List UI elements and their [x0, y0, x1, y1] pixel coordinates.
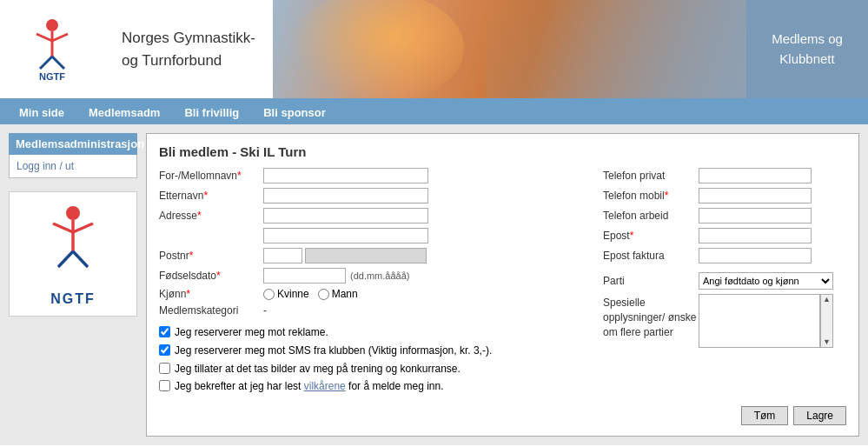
- epost-faktura-input[interactable]: [699, 248, 812, 264]
- kjonn-mann-label[interactable]: Mann: [318, 288, 358, 300]
- svg-line-5: [52, 57, 64, 69]
- postnr-row: Postnr*: [159, 248, 586, 264]
- spesielle-label: Spesielle opplysninger/ ønske om flere p…: [603, 294, 699, 339]
- adresse-row2: [159, 228, 586, 244]
- kjonn-mann-radio[interactable]: [318, 289, 329, 300]
- etternavn-input[interactable]: [263, 188, 428, 203]
- epost-row: Epost*: [603, 228, 846, 244]
- form-container: Bli medlem - Ski IL Turn For-/Mellomnavn…: [146, 133, 859, 437]
- telefon-privat-label: Telefon privat: [603, 170, 699, 182]
- checkbox-bilder: Jeg tillater at det tas bilder av meg på…: [159, 362, 586, 377]
- header-right-text: Medlems og Klubbnett: [755, 30, 859, 69]
- header: NGTF Norges Gymnastikk- og Turnforbund M…: [0, 0, 868, 100]
- sidebar-logo-box: NGTF: [9, 191, 137, 317]
- svg-line-2: [36, 34, 52, 41]
- nav-item-min-side[interactable]: Min side: [7, 103, 76, 123]
- clear-button[interactable]: Tøm: [741, 406, 789, 425]
- telefon-privat-input[interactable]: [699, 168, 812, 183]
- nav-item-bli-frivillig[interactable]: Bli frivillig: [172, 103, 251, 123]
- for-mellomnavn-row: For-/Mellomnavn*: [159, 168, 586, 183]
- kjonn-kvinne-radio[interactable]: [263, 289, 275, 300]
- save-button[interactable]: Lagre: [793, 406, 846, 425]
- header-org-title: Norges Gymnastikk- og Turnforbund: [104, 0, 273, 98]
- nav-item-bli-sponsor[interactable]: Bli sponsor: [251, 103, 338, 123]
- kjonn-options: Kvinne Mann: [263, 288, 358, 300]
- medlemskategori-row: Medlemskategori -: [159, 304, 586, 317]
- sidebar: Medlemsadministrasjon Logg inn / ut NGTF: [9, 133, 137, 317]
- poststed-input[interactable]: [305, 248, 427, 264]
- kjonn-kvinne-label[interactable]: Kvinne: [263, 288, 309, 300]
- telefon-privat-row: Telefon privat: [603, 168, 846, 183]
- checkbox-vilkar-text: Jeg bekrefter at jeg har lest vilkårene …: [175, 379, 444, 394]
- telefon-arbeid-row: Telefon arbeid: [603, 208, 846, 224]
- telefon-mobil-input[interactable]: [699, 188, 812, 203]
- for-mellomnavn-input[interactable]: [263, 168, 428, 183]
- medlemskategori-label: Medlemskategori: [159, 304, 263, 317]
- checkbox-vilkar: Jeg bekrefter at jeg har lest vilkårene …: [159, 379, 586, 394]
- textarea-scrollbar: ▲ ▼: [820, 294, 833, 348]
- etternavn-label: Etternavn*: [159, 190, 263, 202]
- svg-point-0: [46, 19, 58, 31]
- vilkårene-link[interactable]: vilkårene: [304, 380, 346, 392]
- checkbox-bilder-input[interactable]: [159, 363, 170, 374]
- spesielle-row: Spesielle opplysninger/ ønske om flere p…: [603, 294, 846, 348]
- postnr-input[interactable]: [263, 248, 302, 264]
- telefon-arbeid-input[interactable]: [699, 208, 812, 224]
- checkbox-reklame: Jeg reserverer meg mot reklame.: [159, 325, 586, 340]
- sidebar-ngtf-icon: [34, 201, 112, 288]
- postnr-label: Postnr*: [159, 250, 263, 262]
- form-body: For-/Mellomnavn* Etternavn* Adresse*: [159, 168, 846, 397]
- nav-bar: Min side Medlemsadm Bli frivillig Bli sp…: [0, 100, 868, 124]
- for-mellomnavn-label: For-/Mellomnavn*: [159, 170, 263, 182]
- svg-line-4: [40, 57, 52, 69]
- checkbox-sms: Jeg reserverer meg mot SMS fra klubben (…: [159, 344, 586, 358]
- form-buttons: Tøm Lagre: [159, 406, 846, 425]
- header-hero: [273, 0, 746, 98]
- adresse-row: Adresse*: [159, 208, 586, 224]
- svg-point-7: [66, 206, 80, 220]
- telefon-mobil-row: Telefon mobil*: [603, 188, 846, 203]
- fodselsdato-row: Fødselsdato* (dd.mm.åååå): [159, 268, 586, 284]
- adresse-input2[interactable]: [263, 228, 428, 244]
- kategori-dash: -: [263, 304, 267, 317]
- kjonn-row: Kjønn* Kvinne Mann: [159, 288, 586, 300]
- checkbox-sms-text: Jeg reserverer meg mot SMS fra klubben (…: [175, 344, 492, 358]
- form-right-column: Telefon privat Telefon mobil* Telefon ar…: [603, 168, 846, 352]
- ngtf-logo-icon: NGTF: [21, 15, 83, 84]
- telefon-mobil-label: Telefon mobil*: [603, 190, 699, 202]
- scroll-up-arrow-icon[interactable]: ▲: [823, 296, 831, 304]
- telefon-arbeid-label: Telefon arbeid: [603, 210, 699, 222]
- epost-input[interactable]: [699, 228, 812, 244]
- svg-line-12: [73, 251, 88, 267]
- nav-item-medlemsadm[interactable]: Medlemsadm: [76, 103, 172, 123]
- spesielle-textarea[interactable]: [699, 294, 820, 348]
- epost-label: Epost*: [603, 230, 699, 242]
- checkbox-sms-input[interactable]: [159, 344, 170, 356]
- checkbox-vilkar-input[interactable]: [159, 380, 170, 391]
- scroll-down-arrow-icon[interactable]: ▼: [823, 338, 831, 346]
- form-left-column: For-/Mellomnavn* Etternavn* Adresse*: [159, 168, 586, 397]
- parti-row: Parti Angi fødtdato og kjønn: [603, 272, 846, 290]
- kjonn-label: Kjønn*: [159, 288, 263, 300]
- sidebar-title: Medlemsadministrasjon: [9, 133, 137, 155]
- fodselsdato-label: Fødselsdato*: [159, 270, 263, 282]
- svg-line-9: [53, 224, 73, 232]
- svg-line-10: [73, 224, 93, 232]
- svg-text:NGTF: NGTF: [39, 71, 65, 82]
- epost-faktura-label: Epost faktura: [603, 250, 699, 262]
- header-right-panel: Medlems og Klubbnett: [746, 0, 868, 98]
- login-link[interactable]: Logg inn / ut: [17, 160, 74, 172]
- checkbox-reklame-input[interactable]: [159, 326, 170, 337]
- svg-line-11: [58, 251, 73, 267]
- adresse-input[interactable]: [263, 208, 428, 224]
- svg-line-3: [52, 34, 68, 41]
- epost-faktura-row: Epost faktura: [603, 248, 846, 264]
- etternavn-row: Etternavn*: [159, 188, 586, 203]
- parti-label: Parti: [603, 275, 699, 287]
- sidebar-logo-text: NGTF: [50, 291, 96, 307]
- header-logo-area: NGTF: [0, 0, 104, 98]
- parti-select[interactable]: Angi fødtdato og kjønn: [699, 272, 833, 290]
- date-hint: (dd.mm.åååå): [350, 270, 409, 281]
- adresse-label: Adresse*: [159, 210, 263, 222]
- fodselsdato-input[interactable]: [263, 268, 346, 284]
